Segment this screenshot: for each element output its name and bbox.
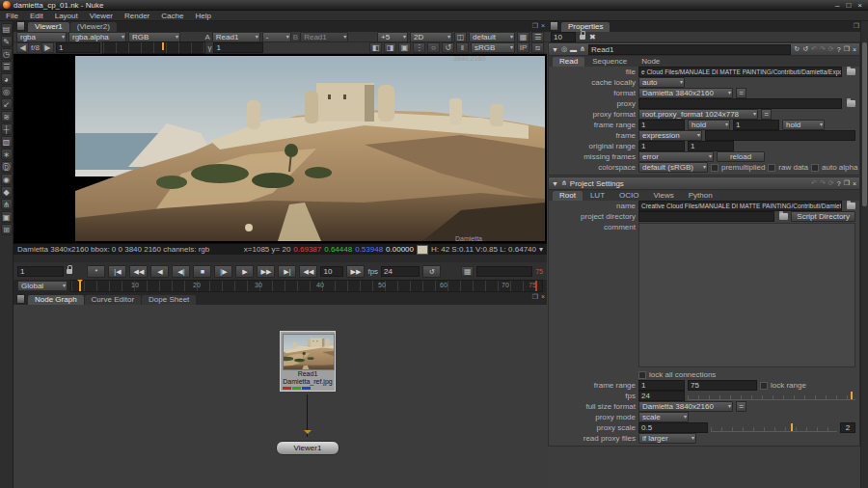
fps-slider-mark[interactable] — [851, 392, 853, 399]
reset-icon[interactable]: ⟳ — [828, 45, 834, 53]
transform-tool-icon[interactable]: ┼ — [1, 123, 13, 135]
proxy-format-equals-button[interactable]: = — [761, 109, 772, 120]
read1-node[interactable]: Read1 Damietta_ref.jpg — [280, 331, 336, 392]
range-start-mode-dropdown[interactable]: hold — [688, 120, 730, 130]
stop-button[interactable]: ■ — [193, 265, 211, 278]
proxy-scale-input[interactable]: 0.5 — [638, 422, 708, 433]
fps-input[interactable]: 24 — [381, 266, 420, 277]
project-settings-header[interactable]: ▼ ⋔ Project Settings ↶ ↷ ⟳ ? ❐ × — [549, 177, 859, 190]
pause-icon[interactable]: ‖ — [456, 42, 469, 53]
help-icon[interactable]: ? — [837, 46, 841, 53]
undo-icon[interactable]: ↶ — [811, 179, 817, 187]
frame-range-end-input[interactable]: 1 — [733, 120, 779, 130]
project-range-start-input[interactable]: 1 — [638, 380, 685, 391]
b-input-dropdown[interactable]: Read1 — [300, 32, 348, 42]
menu-help[interactable]: Help — [189, 12, 216, 20]
a-input-dropdown[interactable]: Read1 — [212, 32, 260, 42]
original-start-input[interactable]: 1 — [638, 141, 685, 151]
fps-slider[interactable] — [688, 392, 855, 400]
close-all-panels-icon[interactable]: ✖ — [589, 33, 596, 41]
pane-menu-icon[interactable] — [550, 21, 558, 31]
gain-up-icon[interactable]: ▶ — [41, 42, 54, 53]
step-back-button[interactable]: ◀| — [172, 265, 190, 278]
lock-range-checkbox[interactable] — [760, 382, 768, 390]
project-range-end-input[interactable]: 75 — [688, 380, 757, 391]
script-name-input[interactable]: Creative Cloud Files/MANUALE DI MATTE PA… — [638, 201, 842, 211]
file-browse-icon[interactable] — [847, 68, 855, 75]
colorspace-dropdown[interactable]: default (sRGB) — [638, 162, 708, 173]
gain-slider-mark[interactable] — [162, 42, 164, 50]
tab-viewer1[interactable]: Viewer1 — [28, 22, 69, 32]
full-size-format-dropdown[interactable]: Damietta 3840x2160 — [638, 401, 733, 412]
display-channels-dropdown[interactable]: RGB — [128, 32, 180, 42]
node-link-icon[interactable]: ▬ — [570, 46, 577, 53]
range-menu-icon[interactable]: ▦ — [461, 266, 474, 277]
skip-amount-input[interactable]: 10 — [320, 266, 343, 277]
prev-keyframe-button[interactable]: ◀◀ — [129, 265, 148, 278]
properties-scrollbar[interactable] — [860, 21, 868, 488]
tab-viewer2[interactable]: (Viewer2) — [70, 22, 117, 32]
play-backward-button[interactable]: ◀ — [150, 265, 169, 278]
menu-render[interactable]: Render — [119, 12, 155, 20]
goto-start-button[interactable]: |◀ — [108, 265, 126, 278]
other-tool-icon[interactable]: ▣ — [1, 211, 13, 223]
float-panel-icon[interactable]: ❐ — [844, 45, 850, 53]
close-panel-icon[interactable]: × — [853, 46, 856, 53]
tab-sequence[interactable]: Sequence — [585, 57, 634, 67]
tab-node[interactable]: Node — [635, 57, 666, 67]
pane-float-icon[interactable]: ❐ — [532, 293, 538, 301]
range-end-mode-dropdown[interactable]: hold — [782, 120, 825, 130]
original-end-input[interactable]: 1 — [688, 141, 734, 151]
reload-button[interactable]: reload — [717, 151, 765, 162]
views-tool-icon[interactable]: ◉ — [1, 174, 13, 185]
script-editor-icon[interactable]: ⊞ — [1, 224, 13, 235]
cache-locally-dropdown[interactable]: auto — [638, 77, 685, 88]
current-frame-input[interactable]: 1 — [17, 266, 64, 277]
proxy-format-dropdown[interactable]: root.proxy_format 1024x778 — [638, 109, 758, 120]
gain-input[interactable]: 1 — [56, 42, 100, 53]
monitor-out-icon[interactable]: ◫ — [454, 32, 467, 42]
tab-read[interactable]: Read — [553, 57, 584, 67]
reset-icon[interactable]: ⟳ — [828, 179, 834, 187]
viewer-lut-dropdown[interactable]: sRGB — [471, 42, 515, 53]
node-graph-canvas[interactable]: Read1 Damietta_ref.jpg Viewer1 — [14, 305, 547, 488]
merge-tool-icon[interactable]: ≋ — [1, 111, 13, 122]
comment-textarea[interactable] — [638, 223, 855, 367]
auto-alpha-checkbox[interactable] — [811, 164, 819, 172]
gain-slider[interactable] — [102, 41, 206, 54]
proxy-scale-slider-mark[interactable] — [791, 423, 793, 431]
timeline-ruler[interactable]: 10 20 30 40 50 60 70 75 — [70, 280, 543, 292]
goto-end-button[interactable]: ▶| — [278, 265, 296, 278]
channels-dropdown[interactable]: rgba — [16, 32, 67, 42]
gamma-input[interactable]: 1 — [213, 42, 263, 53]
gain-down-icon[interactable]: ◀ — [16, 42, 29, 53]
pane-float-icon[interactable]: ❐ — [532, 22, 538, 30]
timeline-playhead[interactable] — [79, 281, 81, 291]
tab-ocio[interactable]: OCIO — [612, 191, 645, 201]
read-proxy-files-dropdown[interactable]: if larger — [638, 433, 696, 444]
frame-expression-input[interactable] — [705, 130, 855, 141]
project-directory-input[interactable] — [638, 211, 774, 222]
tab-node-graph[interactable]: Node Graph — [28, 295, 84, 305]
node-name-input[interactable]: Read1 — [588, 44, 791, 55]
menu-viewer[interactable]: Viewer — [84, 12, 119, 20]
ab-blend-dropdown[interactable]: - — [262, 32, 291, 42]
metadata-tool-icon[interactable]: ◆ — [1, 186, 13, 198]
play-forward-button[interactable]: ▶ — [235, 265, 254, 278]
max-panels-input[interactable]: 10 — [551, 32, 576, 42]
viewer-canvas[interactable]: 3840,2160 Damietta — [14, 54, 547, 243]
name-browse-icon[interactable] — [847, 203, 855, 209]
playback-range-input[interactable] — [476, 266, 532, 277]
draw-tool-icon[interactable]: ✎ — [1, 36, 13, 47]
close-panel-icon[interactable]: × — [853, 180, 856, 187]
scrollbar-thumb[interactable] — [862, 42, 867, 206]
menu-edit[interactable]: Edit — [24, 12, 49, 20]
channel-tool-icon[interactable]: ☰ — [1, 61, 13, 72]
full-format-equals-button[interactable]: = — [736, 401, 746, 412]
missing-frames-dropdown[interactable]: error — [638, 151, 714, 162]
redo-icon[interactable]: ↷ — [820, 179, 826, 187]
next-keyframe-button[interactable]: ▶▶ — [257, 265, 275, 278]
tab-views[interactable]: Views — [646, 191, 680, 201]
minimize-icon[interactable]: – — [835, 1, 839, 10]
tab-root[interactable]: Root — [553, 191, 583, 201]
